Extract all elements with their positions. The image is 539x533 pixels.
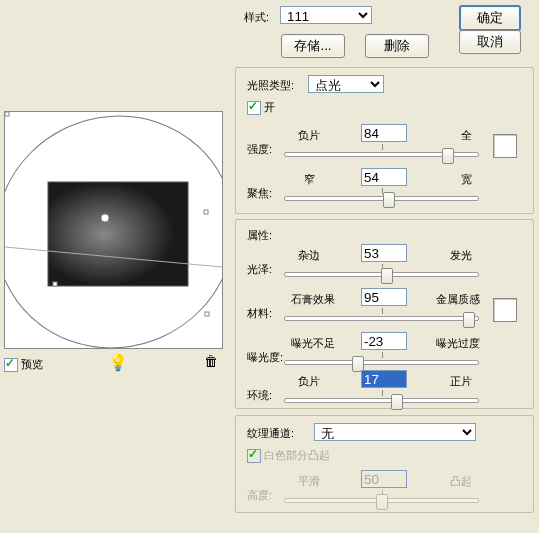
focus-left: 窄 [304, 172, 315, 187]
height-slider [284, 490, 479, 510]
light-on-label: 开 [264, 101, 275, 113]
ambience-label: 环境: [247, 388, 272, 403]
material-label: 材料: [247, 306, 272, 321]
material-input[interactable] [361, 288, 407, 306]
properties-group: 属性: 光泽: 杂边 发光 材料: 石膏效果 金属质感 曝光度: 曝光不足 曝光… [235, 219, 534, 409]
light-preview-svg [5, 112, 222, 348]
focus-right: 宽 [461, 172, 472, 187]
svg-point-3 [101, 214, 109, 222]
gloss-label: 光泽: [247, 262, 272, 277]
light-type-label: 光照类型: [247, 78, 294, 93]
intensity-input[interactable] [361, 124, 407, 142]
intensity-left: 负片 [298, 128, 320, 143]
svg-rect-6 [204, 210, 208, 214]
intensity-slider[interactable] [284, 144, 479, 164]
preview-label: 预览 [21, 358, 43, 370]
svg-rect-4 [5, 112, 9, 116]
preview-canvas[interactable] [4, 111, 223, 349]
intensity-label: 强度: [247, 142, 272, 157]
gloss-slider[interactable] [284, 264, 479, 284]
texture-channel-label: 纹理通道: [247, 426, 294, 441]
style-select[interactable]: 111 [280, 6, 372, 24]
exposure-slider[interactable] [284, 352, 479, 372]
height-input [361, 470, 407, 488]
ambience-left: 负片 [298, 374, 320, 389]
focus-label: 聚焦: [247, 186, 272, 201]
ambience-right: 正片 [450, 374, 472, 389]
height-right: 凸起 [450, 474, 472, 489]
properties-title: 属性: [247, 228, 272, 243]
cancel-button[interactable]: 取消 [459, 30, 521, 54]
exposure-right: 曝光过度 [436, 336, 480, 351]
exposure-label: 曝光度: [247, 350, 283, 365]
material-left: 石膏效果 [291, 292, 335, 307]
focus-slider[interactable] [284, 188, 479, 208]
light-group: 光照类型: 点光 开 强度: 负片 全 聚焦: 窄 宽 [235, 67, 534, 214]
svg-rect-7 [205, 312, 209, 316]
lightbulb-icon[interactable]: 💡 [108, 353, 128, 372]
material-slider[interactable] [284, 308, 479, 328]
texture-channel-select[interactable]: 无 [314, 423, 476, 441]
svg-rect-0 [48, 182, 188, 286]
delete-button[interactable]: 删除 [365, 34, 429, 58]
save-button[interactable]: 存储... [281, 34, 345, 58]
exposure-input[interactable] [361, 332, 407, 350]
props-color-swatch[interactable] [493, 298, 517, 322]
light-color-swatch[interactable] [493, 134, 517, 158]
gloss-input[interactable] [361, 244, 407, 262]
trash-icon[interactable]: 🗑 [204, 353, 218, 369]
ok-button[interactable]: 确定 [459, 5, 521, 31]
svg-rect-5 [53, 282, 57, 286]
intensity-right: 全 [461, 128, 472, 143]
white-high-label: 白色部分凸起 [264, 449, 330, 461]
white-high-checkbox [247, 449, 261, 463]
texture-group: 纹理通道: 无 白色部分凸起 高度: 平滑 凸起 [235, 415, 534, 513]
light-type-select[interactable]: 点光 [308, 75, 384, 93]
style-label: 样式: [244, 10, 269, 25]
preview-checkbox[interactable] [4, 358, 18, 372]
gloss-left: 杂边 [298, 248, 320, 263]
ambience-slider[interactable] [284, 390, 479, 410]
material-right: 金属质感 [436, 292, 480, 307]
height-left: 平滑 [298, 474, 320, 489]
height-label: 高度: [247, 488, 272, 503]
gloss-right: 发光 [450, 248, 472, 263]
light-on-checkbox[interactable] [247, 101, 261, 115]
focus-input[interactable] [361, 168, 407, 186]
ambience-input[interactable] [361, 370, 407, 388]
exposure-left: 曝光不足 [291, 336, 335, 351]
